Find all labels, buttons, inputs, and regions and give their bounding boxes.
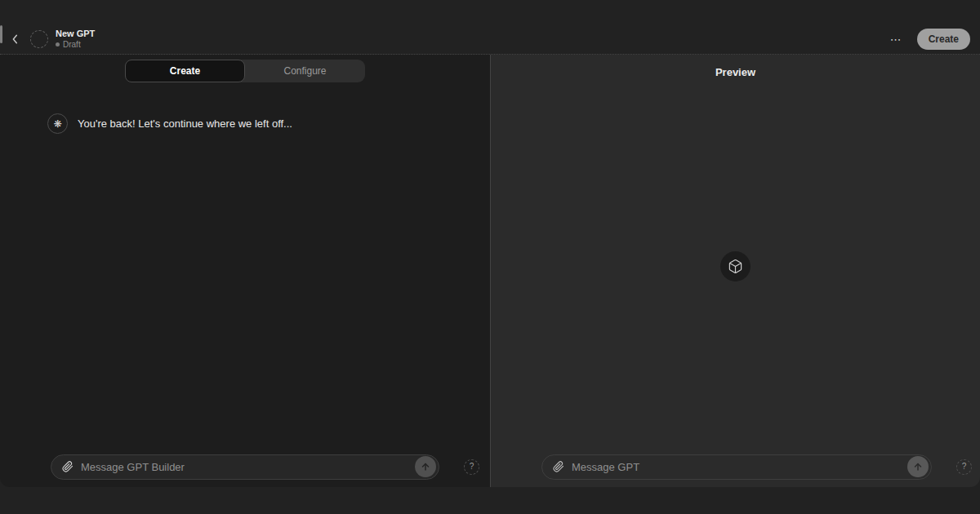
attach-file-button[interactable] — [553, 461, 564, 472]
builder-tabs: Create Configure — [125, 60, 365, 82]
paperclip-icon — [553, 461, 564, 472]
send-button[interactable] — [907, 456, 929, 477]
preview-composer-row: ? — [541, 454, 972, 480]
header: New GPT Draft ⋯ Create — [0, 0, 980, 55]
gpt-name: New GPT — [56, 29, 95, 39]
openai-logo-icon: ❋ — [47, 113, 68, 134]
main-content: Create Configure ❋ You're back! Let's co… — [0, 55, 980, 487]
builder-composer-row: ? — [51, 454, 479, 480]
arrow-up-icon — [912, 461, 924, 472]
tab-configure[interactable]: Configure — [245, 60, 365, 82]
gpt-avatar-placeholder[interactable] — [30, 30, 48, 48]
assistant-message-text: You're back! Let's continue where we lef… — [78, 117, 292, 130]
gpt-status: Draft — [56, 40, 95, 50]
gpt-title-block: New GPT Draft — [56, 29, 95, 49]
builder-panel: Create Configure ❋ You're back! Let's co… — [0, 55, 490, 487]
preview-empty-state — [491, 78, 980, 454]
box-cube-icon — [728, 259, 743, 274]
help-button[interactable]: ? — [956, 459, 972, 475]
send-button[interactable] — [415, 456, 436, 477]
preview-title: Preview — [491, 66, 980, 78]
more-options-button[interactable]: ⋯ — [884, 29, 909, 49]
draft-dot-icon — [56, 42, 60, 47]
preview-message-input[interactable] — [572, 461, 907, 473]
create-gpt-button[interactable]: Create — [917, 29, 970, 50]
assistant-message-row: ❋ You're back! Let's continue where we l… — [47, 113, 470, 134]
back-button[interactable] — [7, 29, 24, 49]
draft-label: Draft — [63, 40, 81, 50]
tab-create[interactable]: Create — [125, 60, 245, 82]
attach-file-button[interactable] — [62, 461, 74, 472]
paperclip-icon — [62, 461, 74, 472]
scrollbar-thumb[interactable] — [0, 25, 2, 43]
builder-composer[interactable] — [51, 454, 439, 480]
arrow-up-icon — [420, 461, 431, 472]
gpt-placeholder-badge — [720, 251, 751, 281]
builder-message-input[interactable] — [81, 461, 415, 473]
help-button[interactable]: ? — [464, 459, 479, 475]
chevron-left-icon — [9, 33, 22, 46]
preview-panel: Preview — [490, 55, 980, 487]
preview-composer[interactable] — [541, 454, 932, 480]
ellipsis-icon: ⋯ — [890, 33, 902, 46]
